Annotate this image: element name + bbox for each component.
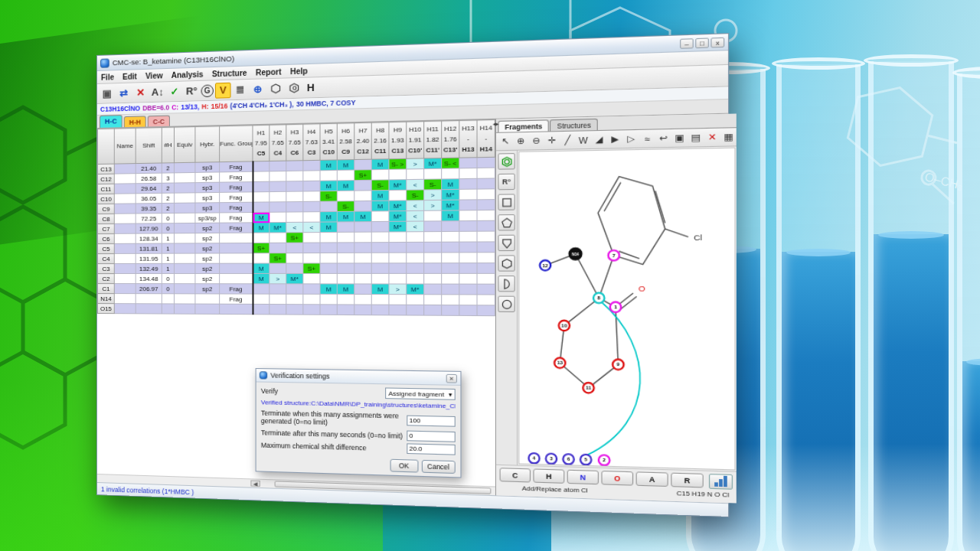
empty-cell[interactable] xyxy=(424,253,442,263)
row-header-c7[interactable]: C7 xyxy=(97,223,114,233)
paste-icon[interactable]: ▤ xyxy=(688,130,704,145)
empty-cell[interactable] xyxy=(270,284,286,294)
cancel-button[interactable]: Cancel xyxy=(421,460,455,474)
empty-cell[interactable] xyxy=(389,242,407,253)
empty-cell[interactable] xyxy=(286,284,303,294)
correlation-cell[interactable]: M* xyxy=(270,222,286,233)
cell-hybr[interactable]: sp3 xyxy=(195,162,220,173)
empty-cell[interactable] xyxy=(442,168,459,179)
cell-equiv[interactable] xyxy=(174,162,194,173)
r-group-icon[interactable]: R° xyxy=(184,83,199,99)
corner-header[interactable] xyxy=(97,129,114,165)
column-header-h7[interactable]: H72.40C12 xyxy=(354,122,372,159)
correlation-cell[interactable]: S+ xyxy=(270,253,286,263)
empty-cell[interactable] xyxy=(459,210,477,221)
copy-icon[interactable]: ▣ xyxy=(671,131,687,145)
menu-file[interactable]: File xyxy=(101,73,114,82)
cell-func[interactable]: Frag xyxy=(220,182,253,193)
empty-cell[interactable] xyxy=(253,202,270,213)
empty-cell[interactable] xyxy=(407,263,424,274)
empty-cell[interactable] xyxy=(407,253,424,263)
empty-cell[interactable] xyxy=(442,231,459,242)
empty-cell[interactable] xyxy=(270,233,286,243)
empty-cell[interactable] xyxy=(270,191,286,202)
empty-cell[interactable] xyxy=(303,273,320,283)
correlation-cell[interactable]: M xyxy=(320,160,337,171)
row-header-c11[interactable]: C11 xyxy=(97,184,114,194)
correlation-cell[interactable]: S- > xyxy=(389,158,407,169)
cell-func[interactable] xyxy=(220,304,253,315)
empty-cell[interactable] xyxy=(354,191,372,201)
empty-cell[interactable] xyxy=(303,212,320,223)
cell-name[interactable] xyxy=(114,263,136,273)
column-header-h3[interactable]: H37.65C6 xyxy=(286,124,303,161)
tab-h-c[interactable]: H-C xyxy=(100,115,122,128)
empty-cell[interactable] xyxy=(286,181,303,192)
cell-func[interactable] xyxy=(220,243,253,253)
cell-shift[interactable]: 21.40 xyxy=(136,163,162,174)
globe-icon[interactable]: ⊕ xyxy=(250,81,266,97)
empty-cell[interactable] xyxy=(320,294,337,305)
cell-equiv[interactable] xyxy=(174,193,194,204)
cell-hybr[interactable] xyxy=(195,294,220,304)
correlation-cell[interactable]: < xyxy=(407,221,424,232)
cell-equiv[interactable] xyxy=(174,223,194,233)
correlation-cell[interactable]: > xyxy=(424,190,442,201)
cell-name[interactable] xyxy=(114,294,136,304)
empty-cell[interactable] xyxy=(477,189,495,200)
empty-cell[interactable] xyxy=(424,305,442,315)
column-header-h12[interactable]: H121.76C13' xyxy=(442,120,459,158)
minimize-button[interactable]: – xyxy=(680,38,694,49)
empty-cell[interactable] xyxy=(389,273,407,284)
cell-hybr[interactable]: sp3 xyxy=(195,172,220,183)
empty-cell[interactable] xyxy=(253,161,270,172)
ring-o-icon[interactable]: O xyxy=(285,80,301,96)
verify-dropdown[interactable]: Assigned fragment ▾ xyxy=(385,387,456,399)
bond-icon[interactable]: ╱ xyxy=(560,133,575,148)
row-header-c10[interactable]: C10 xyxy=(97,194,114,204)
cell-func[interactable] xyxy=(220,253,253,263)
correlation-cell[interactable]: M* xyxy=(424,158,442,169)
column-header-h1[interactable]: H17.95C5 xyxy=(253,125,270,161)
correlation-cell[interactable]: S+ xyxy=(303,263,320,273)
cell-equiv[interactable] xyxy=(174,263,194,273)
cell-equiv[interactable] xyxy=(174,203,194,213)
empty-cell[interactable] xyxy=(286,263,303,273)
maximize-button[interactable]: □ xyxy=(695,37,709,48)
menu-report[interactable]: Report xyxy=(256,67,282,77)
empty-cell[interactable] xyxy=(253,304,270,314)
empty-cell[interactable] xyxy=(477,263,495,274)
empty-cell[interactable] xyxy=(354,294,372,305)
h-count-icon[interactable]: H xyxy=(302,80,318,96)
cell-nh[interactable]: 0 xyxy=(162,214,174,223)
empty-cell[interactable] xyxy=(303,253,320,264)
atom-button-o[interactable]: O xyxy=(601,471,633,486)
correlation-cell[interactable]: > xyxy=(270,273,286,283)
empty-cell[interactable] xyxy=(337,232,354,243)
cell-name[interactable] xyxy=(114,253,136,263)
empty-cell[interactable] xyxy=(303,160,320,171)
cell-equiv[interactable] xyxy=(174,294,194,304)
dialog-close-button[interactable]: ✕ xyxy=(446,373,457,383)
cell-shift[interactable]: 36.05 xyxy=(136,193,162,204)
empty-cell[interactable] xyxy=(389,295,407,305)
cell-shift[interactable]: 131.81 xyxy=(136,243,162,253)
empty-cell[interactable] xyxy=(354,263,372,274)
eraser-icon[interactable]: ◢ xyxy=(592,132,607,147)
cell-name[interactable] xyxy=(114,284,136,294)
empty-cell[interactable] xyxy=(337,294,354,305)
column-header-h6[interactable]: H62.58C9 xyxy=(337,123,354,160)
cell-hybr[interactable]: sp2 xyxy=(195,243,220,253)
empty-cell[interactable] xyxy=(424,168,442,179)
correlation-cell[interactable]: M xyxy=(253,263,270,273)
column-header-hybr[interactable]: Hybr. xyxy=(195,126,220,162)
cell-shift[interactable]: 127.90 xyxy=(136,223,162,233)
close-button[interactable]: x xyxy=(710,37,724,47)
cell-shift[interactable] xyxy=(136,304,162,314)
empty-cell[interactable] xyxy=(354,284,372,295)
empty-cell[interactable] xyxy=(286,171,303,181)
correlation-cell[interactable]: M xyxy=(442,179,459,190)
ring-icon[interactable] xyxy=(267,80,283,96)
empty-cell[interactable] xyxy=(337,222,354,233)
delete-icon[interactable]: ✕ xyxy=(133,84,149,100)
